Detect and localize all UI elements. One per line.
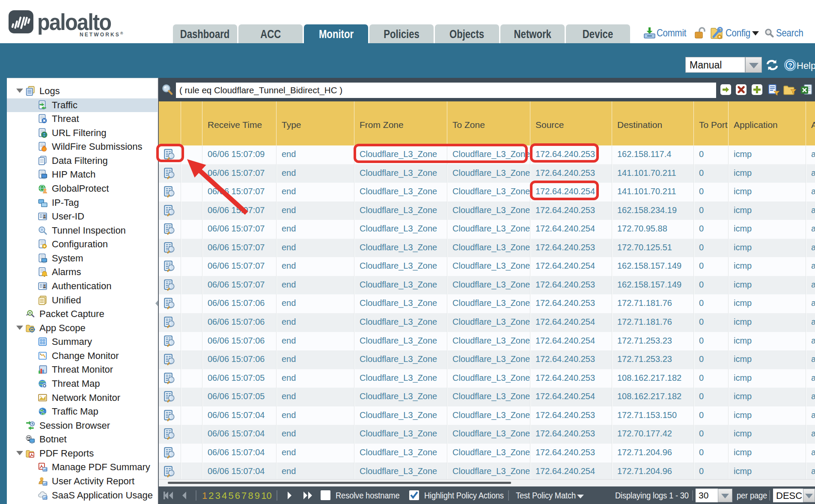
svg-text:?: ?	[788, 62, 792, 69]
